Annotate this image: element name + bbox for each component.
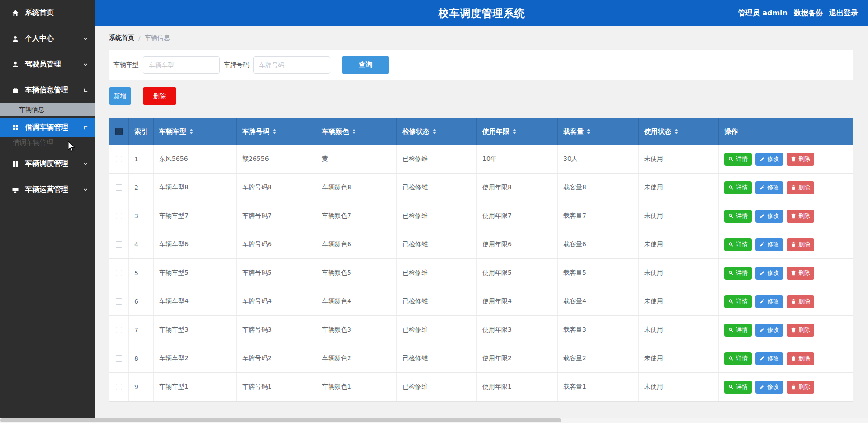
row-edit-button[interactable]: 修改 [755, 153, 783, 166]
row-detail-button[interactable]: 详情 [724, 324, 752, 337]
cell-plate: 车牌号码8 [237, 174, 316, 202]
breadcrumb-home[interactable]: 系统首页 [109, 34, 134, 42]
topbar-user-label[interactable]: 管理员 admin [738, 9, 788, 18]
trash-icon [791, 156, 796, 162]
row-detail-button[interactable]: 详情 [724, 267, 752, 280]
sidebar-item-vehicle-info-management[interactable]: 车辆信息管理 [0, 77, 95, 103]
filter-model-input[interactable] [143, 56, 220, 74]
row-delete-button[interactable]: 删除 [787, 381, 814, 394]
row-edit-button[interactable]: 修改 [755, 352, 783, 365]
column-header-plate[interactable]: 车牌号码 [237, 118, 316, 145]
cell-status: 未使用 [639, 259, 719, 287]
cell-text: 使用年限5 [482, 269, 512, 277]
column-header-model[interactable]: 车辆车型 [154, 118, 237, 145]
cell-text: 车牌号码1 [242, 383, 272, 391]
row-detail-button[interactable]: 详情 [724, 295, 752, 308]
cell-model: 车辆车型7 [154, 202, 237, 230]
row-checkbox[interactable] [116, 270, 122, 276]
row-checkbox[interactable] [116, 327, 122, 333]
column-header-label: 车辆车型 [159, 127, 186, 136]
row-action-buttons: 详情修改删除 [724, 381, 814, 394]
row-checkbox[interactable] [116, 241, 122, 248]
row-checkbox[interactable] [116, 156, 122, 162]
row-delete-button[interactable]: 删除 [787, 295, 814, 308]
sidebar-subitem-vehicle-info[interactable]: 车辆信息 [0, 103, 95, 116]
sidebar-item-home[interactable]: 系统首页 [0, 0, 95, 26]
row-detail-button[interactable]: 详情 [724, 181, 752, 194]
column-header-repair[interactable]: 检修状态 [397, 118, 477, 145]
sidebar-item-driver-management[interactable]: 驾驶员管理 [0, 52, 95, 77]
horizontal-scrollbar-thumb[interactable] [0, 418, 561, 422]
row-action-buttons: 详情修改删除 [724, 352, 814, 365]
row-checkbox[interactable] [116, 298, 122, 305]
query-button[interactable]: 查询 [342, 56, 389, 74]
cell-text: 车牌号码7 [242, 212, 272, 220]
row-delete-button[interactable]: 删除 [787, 153, 814, 166]
cell-text: 未使用 [644, 326, 663, 334]
topbar-backup-link[interactable]: 数据备份 [794, 9, 823, 18]
row-edit-button[interactable]: 修改 [755, 210, 783, 223]
trash-icon [791, 242, 796, 247]
cell-text: 车辆车型6 [159, 240, 189, 249]
cell-plate: 车牌号码1 [237, 373, 316, 401]
add-button[interactable]: 新增 [109, 87, 131, 105]
column-header-status[interactable]: 使用状态 [639, 118, 719, 145]
row-checkbox[interactable] [116, 384, 122, 390]
row-edit-button[interactable]: 修改 [755, 267, 783, 280]
sidebar-item-label: 借调车辆管理 [13, 138, 53, 147]
row-delete-button[interactable]: 删除 [787, 181, 814, 194]
sidebar-item-profile[interactable]: 个人中心 [0, 26, 95, 52]
row-detail-button[interactable]: 详情 [724, 381, 752, 394]
filter-model-label: 车辆车型 [113, 61, 139, 69]
cell-plate: 车牌号码6 [237, 230, 316, 258]
column-header-years[interactable]: 使用年限 [477, 118, 558, 145]
row-checkbox[interactable] [116, 213, 122, 219]
chevron-down-icon [83, 187, 88, 193]
horizontal-scrollbar[interactable] [0, 418, 868, 423]
sidebar-item-borrow-vehicle-management[interactable]: 借调车辆管理 [0, 118, 95, 137]
cell-status: 未使用 [639, 344, 719, 372]
home-icon [12, 9, 19, 17]
filter-plate-input[interactable] [253, 56, 330, 74]
row-detail-button[interactable]: 详情 [724, 352, 752, 365]
column-header-color[interactable]: 车辆颜色 [316, 118, 397, 145]
row-delete-button[interactable]: 删除 [787, 238, 814, 251]
cell-repair: 已检修维 [397, 230, 477, 258]
cell-text: 已检修维 [402, 155, 428, 163]
search-icon [728, 356, 734, 361]
sidebar-item-dispatch-management[interactable]: 车辆调度管理 [0, 151, 95, 177]
cell-text: 车牌号码4 [242, 297, 272, 306]
row-detail-button[interactable]: 详情 [724, 153, 752, 166]
cell-text: 使用年限4 [482, 297, 512, 306]
row-edit-button[interactable]: 修改 [755, 238, 783, 251]
cell-actions: 详情修改删除 [719, 145, 853, 173]
monitor-icon [12, 186, 19, 193]
row-detail-button[interactable]: 详情 [724, 210, 752, 223]
row-edit-button[interactable]: 修改 [755, 295, 783, 308]
search-icon [728, 384, 734, 390]
row-edit-button[interactable]: 修改 [755, 381, 783, 394]
cell-text: 未使用 [644, 297, 663, 306]
row-edit-button[interactable]: 修改 [755, 181, 783, 194]
row-detail-button[interactable]: 详情 [724, 238, 752, 251]
row-checkbox[interactable] [116, 355, 122, 362]
table-row: 8车辆车型2车牌号码2车辆颜色2已检修维使用年限2载客量2未使用详情修改删除 [109, 344, 853, 373]
delete-button[interactable]: 删除 [143, 87, 176, 105]
topbar-logout-link[interactable]: 退出登录 [829, 9, 858, 18]
row-delete-button[interactable]: 删除 [787, 210, 814, 223]
cell-text: 车辆车型7 [159, 212, 189, 220]
row-delete-button[interactable]: 删除 [787, 324, 814, 337]
cell-repair: 已检修维 [397, 202, 477, 230]
cell-text: 车辆车型5 [159, 269, 189, 277]
row-delete-button[interactable]: 删除 [787, 267, 814, 280]
cell-text: 车辆颜色4 [322, 297, 351, 306]
column-header-label: 车牌号码 [242, 127, 269, 136]
row-edit-button[interactable]: 修改 [755, 324, 783, 337]
cell-color: 黄 [316, 145, 397, 173]
sidebar-item-operation-management[interactable]: 车辆运营管理 [0, 177, 95, 202]
row-delete-button[interactable]: 删除 [787, 352, 814, 365]
select-all-checkbox[interactable] [115, 128, 123, 135]
column-header-capacity[interactable]: 载客量 [558, 118, 639, 145]
row-checkbox[interactable] [116, 184, 122, 191]
cell-text: 未使用 [644, 269, 663, 277]
